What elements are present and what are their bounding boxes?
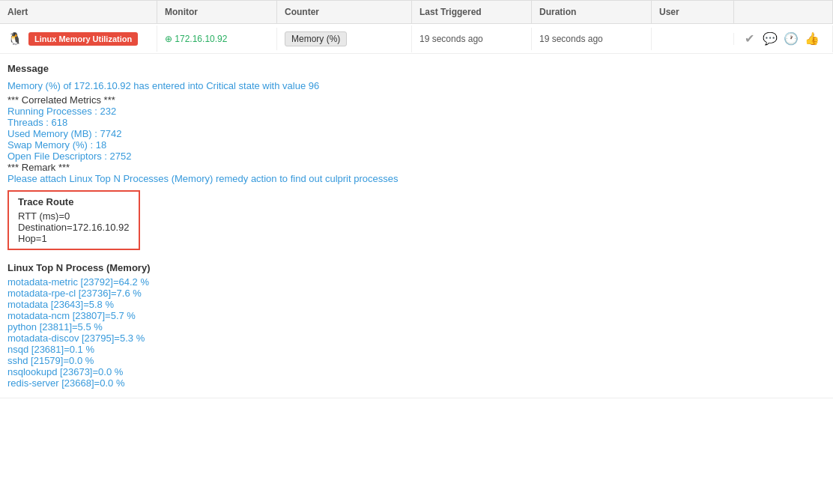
monitor-cell: 172.16.10.92 — [157, 28, 277, 50]
process-0: motadata-metric [23792]=64.2 % — [7, 276, 826, 288]
message-label: Message — [7, 63, 826, 74]
process-6: nsqd [23681]=0.1 % — [7, 344, 826, 355]
action-clock-icon[interactable]: 🕐 — [784, 31, 799, 46]
linux-icon: 🐧 — [7, 31, 22, 46]
metric-used-memory: Used Memory (MB) : 7742 — [7, 128, 826, 139]
process-3: motadata-ncm [23807]=5.7 % — [7, 310, 826, 321]
process-8: nsqlookupd [23673]=0.0 % — [7, 366, 826, 377]
col-monitor: Monitor — [157, 1, 277, 23]
action-icons: ✔ 💬 🕐 👍 — [734, 25, 833, 52]
counter-cell: Memory (%) — [277, 25, 412, 52]
counter-badge: Memory (%) — [285, 31, 347, 46]
trace-route-title: Trace Route — [18, 196, 130, 207]
message-main: Memory (%) of 172.16.10.92 has entered i… — [7, 79, 826, 94]
metric-running-processes: Running Processes : 232 — [7, 106, 826, 117]
process-7: sshd [21579]=0.0 % — [7, 355, 826, 366]
correlated-header: *** Correlated Metrics *** — [7, 94, 826, 106]
last-triggered-text: 19 seconds ago — [419, 34, 483, 44]
process-1: motadata-rpe-cl [23736]=7.6 % — [7, 288, 826, 299]
message-section: Message Memory (%) of 172.16.10.92 has e… — [0, 54, 833, 398]
action-check-icon[interactable]: ✔ — [742, 31, 757, 46]
col-duration: Duration — [532, 1, 652, 23]
duration-cell: 19 seconds ago — [532, 28, 652, 50]
metric-threads: Threads : 618 — [7, 117, 826, 128]
col-user: User — [652, 1, 734, 23]
process-4: python [23811]=5.5 % — [7, 321, 826, 333]
col-alert: Alert — [0, 1, 157, 23]
metric-swap-memory: Swap Memory (%) : 18 — [7, 139, 826, 151]
col-last-triggered: Last Triggered — [412, 1, 532, 23]
process-2: motadata [23643]=5.8 % — [7, 299, 826, 310]
critical-link[interactable]: Memory (%) of 172.16.10.92 has entered i… — [7, 80, 319, 91]
trace-destination: Destination=172.16.10.92 — [18, 222, 130, 233]
user-cell — [652, 33, 734, 45]
remark-header: *** Remark *** — [7, 162, 826, 173]
alert-badge[interactable]: Linux Memory Utilization — [28, 32, 138, 46]
table-header: Alert Monitor Counter Last Triggered Dur… — [0, 0, 833, 24]
remark-text: Please attach Linux Top N Processes (Mem… — [7, 173, 826, 184]
col-actions — [734, 1, 833, 23]
monitor-link[interactable]: 172.16.10.92 — [165, 34, 227, 44]
last-triggered-cell: 19 seconds ago — [412, 28, 532, 50]
col-counter: Counter — [277, 1, 412, 23]
top-n-title: Linux Top N Process (Memory) — [7, 262, 826, 273]
alert-cell: 🐧 Linux Memory Utilization — [0, 25, 157, 52]
table-row: 🐧 Linux Memory Utilization 172.16.10.92 … — [0, 24, 833, 54]
action-comment-icon[interactable]: 💬 — [763, 31, 778, 46]
trace-rtt: RTT (ms)=0 — [18, 210, 130, 222]
trace-hop: Hop=1 — [18, 233, 130, 244]
process-9: redis-server [23668]=0.0 % — [7, 377, 826, 389]
process-5: motadata-discov [23795]=5.3 % — [7, 333, 826, 344]
remark-link[interactable]: Please attach Linux Top N Processes (Mem… — [7, 173, 398, 184]
trace-route-box: Trace Route RTT (ms)=0 Destination=172.1… — [7, 190, 140, 250]
action-thumbsup-icon[interactable]: 👍 — [805, 31, 820, 46]
duration-text: 19 seconds ago — [539, 34, 603, 44]
metric-open-file: Open File Descriptors : 2752 — [7, 151, 826, 162]
